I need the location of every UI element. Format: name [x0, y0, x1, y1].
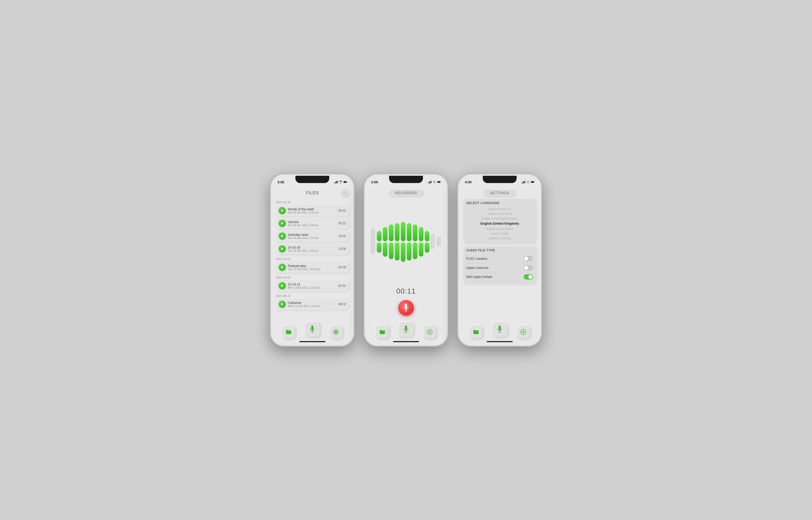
language-option[interactable]: English (South Africa) [466, 212, 533, 216]
language-option-selected[interactable]: English (United Kingdom) [466, 221, 533, 227]
language-option[interactable]: English (United Arab Emirates) [466, 216, 533, 221]
play-button[interactable] [278, 232, 286, 240]
file-info: friends of the earth Sat, 30 Jan 2021, 2… [288, 207, 336, 214]
notch [483, 176, 517, 183]
wave-column [413, 225, 417, 259]
mic-icon [497, 326, 503, 333]
settings-tab-button[interactable] [423, 326, 436, 339]
recorder-tab-button[interactable] [492, 322, 507, 337]
play-button[interactable] [278, 301, 286, 308]
wave-bar [419, 227, 423, 241]
wave-column [371, 229, 375, 255]
svg-rect-26 [523, 182, 523, 183]
svg-rect-32 [499, 326, 501, 330]
file-name: friends of the earth [288, 207, 336, 211]
file-item[interactable]: Saturday news Sat, 30 Jan 2021, 2:37 pm … [276, 230, 349, 242]
language-option[interactable]: español (Chile) [466, 231, 533, 236]
tab-bar [272, 320, 352, 340]
file-item[interactable]: friends of the earth Sat, 30 Jan 2021, 2… [276, 205, 349, 216]
file-item[interactable]: Vaccine Sat, 30 Jan 2021, 2:48 pm 05:22 [276, 217, 349, 229]
wave-bar [389, 242, 394, 259]
folder-icon [473, 329, 479, 335]
wave-bar [389, 225, 394, 241]
language-option[interactable]: English (United States) [466, 227, 533, 231]
recorder-tab-button[interactable] [305, 322, 320, 337]
file-name: 14-20-16 [288, 246, 336, 249]
file-item[interactable]: 14-20-16 Sat, 30 Jan 2021, 2:20 pm 15:00 [276, 243, 349, 255]
file-name: 12-13-11 [288, 283, 336, 286]
more-button[interactable]: ··· [340, 189, 349, 197]
battery-icon [344, 181, 347, 183]
settings-tab-button[interactable] [329, 326, 343, 339]
record-button[interactable] [398, 300, 414, 316]
play-button[interactable] [278, 207, 286, 214]
file-name: Saturday news [288, 233, 336, 237]
wave-bar [407, 223, 412, 241]
file-duration: 05:42 [338, 209, 346, 212]
language-section: SELECT LANGUAGE English (Singapore) Engl… [463, 199, 536, 243]
wave-column [437, 237, 441, 247]
waveform-container [370, 199, 442, 285]
play-button[interactable] [278, 220, 286, 227]
gear-icon [426, 329, 433, 335]
gear-icon [520, 329, 526, 335]
svg-rect-21 [405, 326, 407, 330]
toggle-row-m4a: M4A Apple Default [466, 272, 533, 281]
signal-icon [521, 181, 525, 183]
status-time: 4:00 [465, 180, 472, 184]
record-btn-area [366, 297, 446, 320]
settings-header: SETTINGS [463, 186, 536, 199]
play-button[interactable] [278, 282, 286, 289]
svg-rect-13 [430, 181, 431, 183]
file-info: Saturday news Sat, 30 Jan 2021, 2:37 pm [288, 233, 336, 239]
wave-bar-bg [431, 234, 436, 250]
wave-column [425, 231, 429, 253]
svg-rect-28 [525, 181, 525, 183]
toggle-label: FLAC Lossless [466, 257, 488, 261]
svg-rect-16 [440, 181, 441, 182]
svg-rect-6 [344, 181, 346, 183]
file-duration: 02:31 [338, 284, 346, 288]
date-group-label: 2021-10-21 [276, 256, 349, 262]
tab-bar [460, 320, 540, 340]
files-tab-button[interactable] [282, 326, 295, 339]
file-item[interactable]: Catherine Wed, 22 Sep 2021, 2:03 pm 08:3… [276, 298, 349, 310]
file-item[interactable]: Podcast idea Thu, 21 Oct 2021, 10:29 am … [276, 262, 349, 273]
play-button[interactable] [278, 264, 286, 271]
toggle-label: M4A Apple Default [466, 275, 492, 279]
wave-column [383, 227, 388, 257]
svg-rect-14 [431, 181, 432, 183]
file-item[interactable]: 12-13-11 Mon, 19 Apr 2021, 12:13 pm 02:3… [276, 280, 349, 291]
toggle-row-apple-lossless: Apple LossLess [466, 263, 533, 272]
wifi-icon [433, 181, 436, 183]
files-tab-button[interactable] [376, 326, 389, 339]
m4a-toggle[interactable] [524, 274, 533, 280]
status-time: 3:56 [277, 180, 284, 184]
file-duration: 10:01 [338, 234, 346, 238]
apple-lossless-toggle[interactable] [524, 265, 533, 270]
wifi-icon [339, 181, 343, 183]
file-name: Vaccine [288, 220, 336, 224]
language-option[interactable]: English (Singapore) [466, 207, 533, 212]
wave-column [419, 227, 423, 257]
recorder-tab-button[interactable] [398, 322, 414, 337]
svg-rect-7 [311, 326, 313, 330]
mic-icon-white [402, 304, 410, 312]
wave-bar [377, 242, 382, 253]
play-button[interactable] [278, 245, 286, 253]
wave-bar [413, 242, 417, 259]
file-date: Sat, 30 Jan 2021, 2:48 pm [288, 224, 336, 227]
wave-bar [401, 222, 405, 241]
files-tab-button[interactable] [469, 326, 483, 339]
file-date: Mon, 19 Apr 2021, 12:13 pm [288, 286, 336, 289]
svg-rect-5 [347, 181, 347, 182]
language-option[interactable]: español (Colombia) [466, 236, 533, 241]
language-list[interactable]: English (Singapore) English (South Afric… [466, 207, 533, 241]
wave-bar [383, 242, 388, 257]
svg-point-10 [335, 332, 337, 333]
flac-toggle[interactable] [524, 256, 533, 261]
battery-icon [437, 181, 441, 183]
toggle-row-flac: FLAC Lossless [466, 254, 533, 263]
settings-tab-button[interactable] [517, 326, 530, 339]
file-duration: 08:32 [338, 303, 346, 306]
